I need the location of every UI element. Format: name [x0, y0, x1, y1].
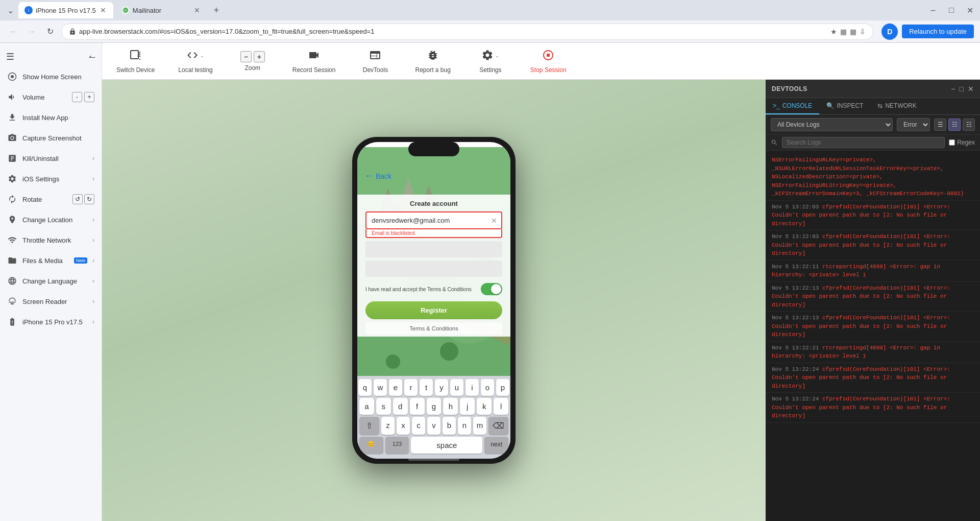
volume-plus-btn[interactable]: + — [84, 92, 94, 102]
dt-tab-network[interactable]: ⇆ NETWORK — [870, 98, 923, 114]
key-z[interactable]: z — [381, 417, 395, 435]
log-filter-select[interactable]: All Device Logs — [771, 118, 893, 131]
key-i[interactable]: i — [465, 379, 479, 396]
star-icon[interactable]: ★ — [830, 28, 837, 36]
dt-view-grid-btn[interactable]: ☷ — [963, 119, 975, 131]
search-logs-input[interactable] — [782, 137, 945, 148]
key-f[interactable]: f — [410, 398, 425, 415]
key-space[interactable]: space — [411, 437, 482, 454]
browser-tab-2[interactable]: M Mailinator ✕ — [115, 2, 207, 18]
toolbar-stop-session[interactable]: Stop Session — [526, 45, 571, 78]
relaunch-btn[interactable]: Relaunch to update — [902, 25, 974, 38]
cast-icon[interactable]: ▦ — [840, 28, 847, 36]
volume-minus-btn[interactable]: - — [72, 92, 82, 102]
sidebar-item-network[interactable]: Throttle Network › — [0, 230, 102, 250]
sidebar-item-screen-reader[interactable]: Screen Reader › — [0, 291, 102, 312]
register-btn[interactable]: Register — [365, 301, 502, 319]
log-level-select[interactable]: Error — [897, 118, 930, 131]
terms-toggle[interactable] — [481, 283, 502, 295]
key-e[interactable]: e — [389, 379, 402, 396]
profile-btn[interactable]: D — [881, 23, 898, 40]
tab-add-btn[interactable]: + — [209, 3, 224, 17]
key-v[interactable]: v — [427, 417, 440, 435]
key-g[interactable]: g — [427, 398, 442, 415]
regex-checkbox[interactable] — [949, 139, 955, 146]
dt-tab-console[interactable]: >_ CONSOLE — [766, 98, 819, 114]
sidebar-item-ios-settings[interactable]: iOS Settings › — [0, 169, 102, 189]
dt-view-list-btn[interactable]: ☰ — [934, 119, 946, 131]
toolbar-local-testing[interactable]: Local testing — [174, 45, 216, 78]
maximize-btn[interactable]: □ — [945, 4, 958, 16]
key-b[interactable]: b — [443, 417, 456, 435]
sidebar-collapse-btn[interactable]: ↼ — [89, 52, 95, 62]
key-m[interactable]: m — [473, 417, 486, 435]
minimize-btn[interactable]: – — [927, 4, 939, 16]
key-n[interactable]: n — [458, 417, 471, 435]
key-shift[interactable]: ⇧ — [359, 417, 379, 435]
key-o[interactable]: o — [481, 379, 494, 396]
devtools-logs[interactable]: NSErrorFailingURLKey=<private>, _NSURLEr… — [766, 151, 980, 521]
dt-view-cols-btn[interactable]: ☷ — [948, 119, 961, 131]
key-emoji[interactable]: 😊 — [359, 437, 383, 454]
dt-minimize-btn[interactable]: − — [951, 85, 955, 93]
extension-icon[interactable]: ▦ — [850, 28, 856, 36]
key-h[interactable]: h — [443, 398, 458, 415]
sidebar-item-rotate[interactable]: Rotate ↺ ↻ — [0, 189, 102, 209]
key-d[interactable]: d — [393, 398, 408, 415]
sidebar-item-device-info[interactable]: iPhone 15 Pro v17.5 › — [0, 312, 102, 332]
sidebar-item-show-home[interactable]: Show Home Screen — [0, 66, 102, 87]
sidebar-item-volume[interactable]: Volume - + — [0, 87, 102, 107]
terms-conditions-link[interactable]: Terms & Conditions — [365, 322, 502, 335]
email-clear-btn[interactable]: ✕ — [491, 217, 497, 225]
key-r[interactable]: r — [404, 379, 418, 396]
address-bar[interactable]: app-live.browserstack.com/#os=iOS&os_ver… — [61, 23, 873, 40]
key-a[interactable]: a — [359, 398, 374, 415]
toolbar-record-session[interactable]: Record Session — [288, 45, 340, 78]
key-next[interactable]: next — [484, 437, 508, 454]
key-c[interactable]: c — [412, 417, 425, 435]
sidebar-item-install-app[interactable]: Install New App — [0, 107, 102, 128]
key-j[interactable]: j — [460, 398, 475, 415]
key-k[interactable]: k — [477, 398, 492, 415]
tab-close-2[interactable]: ✕ — [193, 6, 201, 14]
key-l[interactable]: l — [494, 398, 508, 415]
key-delete[interactable]: ⌫ — [488, 417, 508, 435]
sidebar-item-screenshot[interactable]: Capture Screenshot — [0, 128, 102, 148]
browser-tab-1[interactable]: i iPhone 15 Pro v17.5 ✕ — [18, 2, 113, 18]
key-x[interactable]: x — [397, 417, 410, 435]
toolbar-settings[interactable]: Settings — [470, 45, 511, 78]
sidebar-item-kill[interactable]: Kill/Uninstall › — [0, 148, 102, 169]
dt-tab-inspect[interactable]: 🔍 INSPECT — [819, 98, 870, 114]
key-y[interactable]: y — [435, 379, 448, 396]
email-input[interactable] — [366, 212, 501, 228]
key-w[interactable]: w — [374, 379, 387, 396]
dt-expand-btn[interactable]: □ — [960, 85, 964, 93]
hamburger-icon[interactable]: ☰ — [6, 51, 14, 62]
rotate-cw-btn[interactable]: ↻ — [84, 194, 94, 204]
reload-btn[interactable]: ↻ — [43, 25, 57, 39]
key-u[interactable]: u — [450, 379, 463, 396]
forward-btn[interactable]: → — [24, 25, 39, 39]
close-btn[interactable]: ✕ — [964, 4, 976, 16]
key-t[interactable]: t — [420, 379, 433, 396]
key-s[interactable]: s — [376, 398, 391, 415]
key-123[interactable]: 123 — [385, 437, 409, 454]
phone-back-btn[interactable]: ← Back — [357, 168, 510, 184]
key-q[interactable]: q — [358, 379, 372, 396]
tab-close-1[interactable]: ✕ — [99, 6, 107, 14]
back-btn[interactable]: ← — [6, 25, 20, 39]
toolbar-report-bug[interactable]: Report a bug — [411, 45, 454, 78]
address-icons: ★ ▦ ▦ ⇩ — [830, 28, 866, 36]
toolbar-switch-device[interactable]: Switch Device — [112, 45, 159, 78]
toolbar-devtools[interactable]: DevTools — [355, 45, 396, 78]
tab-overflow-btn[interactable]: ⌄ — [4, 4, 16, 16]
sidebar-item-location[interactable]: Change Location › — [0, 209, 102, 230]
dt-close-btn[interactable]: ✕ — [968, 85, 974, 93]
rotate-ccw-btn[interactable]: ↺ — [72, 194, 83, 204]
sidebar-item-language[interactable]: Change Language › — [0, 271, 102, 291]
download-icon[interactable]: ⇩ — [860, 28, 866, 36]
zoom-minus-btn[interactable]: − — [240, 51, 252, 62]
zoom-plus-btn[interactable]: + — [254, 51, 265, 62]
sidebar-item-files[interactable]: Files & Media New › — [0, 250, 102, 271]
key-p[interactable]: p — [496, 379, 509, 396]
